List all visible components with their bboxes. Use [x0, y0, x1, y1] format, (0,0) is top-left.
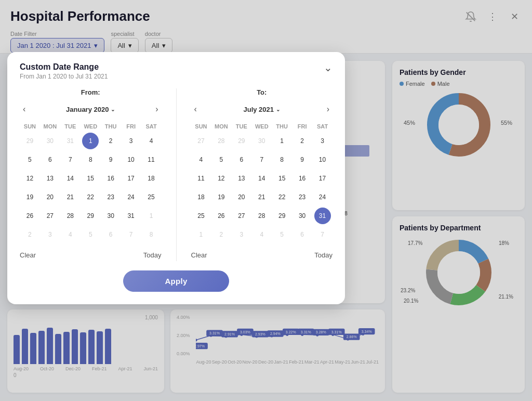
- to-day[interactable]: 4: [254, 226, 270, 243]
- from-day[interactable]: 8: [143, 226, 159, 243]
- to-day[interactable]: 12: [213, 170, 230, 187]
- from-day[interactable]: 16: [102, 170, 119, 187]
- from-day[interactable]: 3: [123, 133, 139, 149]
- from-day[interactable]: 21: [62, 189, 78, 205]
- from-day[interactable]: 23: [102, 189, 119, 205]
- to-day[interactable]: 21: [254, 189, 270, 205]
- from-day[interactable]: 6: [102, 226, 119, 243]
- to-today-button[interactable]: Today: [314, 249, 332, 261]
- dashboard: Hospital Performance ⋮ ✕ Date Filter Jan…: [0, 0, 532, 401]
- to-day[interactable]: 17: [314, 170, 331, 187]
- from-day[interactable]: 9: [102, 151, 119, 168]
- from-day[interactable]: 4: [143, 133, 159, 149]
- to-day[interactable]: 22: [274, 189, 290, 205]
- to-day[interactable]: 28: [254, 208, 270, 224]
- from-day[interactable]: 5: [82, 226, 99, 243]
- from-cal-nav: ‹ January 2020 ⌄ ›: [20, 104, 162, 115]
- from-day[interactable]: 30: [102, 208, 119, 224]
- from-day-selected[interactable]: 1: [82, 133, 99, 149]
- to-day[interactable]: 20: [233, 189, 250, 205]
- to-day[interactable]: 19: [213, 189, 230, 205]
- from-day[interactable]: 2: [21, 226, 38, 243]
- from-day[interactable]: 25: [143, 189, 159, 205]
- from-today-button[interactable]: Today: [143, 249, 162, 261]
- to-day[interactable]: 7: [314, 226, 331, 243]
- to-day[interactable]: 1: [193, 226, 209, 243]
- to-day[interactable]: 27: [193, 133, 209, 149]
- to-day[interactable]: 29: [233, 133, 250, 149]
- to-day[interactable]: 5: [274, 226, 290, 243]
- to-day[interactable]: 8: [274, 151, 290, 168]
- to-day[interactable]: 30: [294, 208, 311, 224]
- apply-button[interactable]: Apply: [123, 270, 229, 292]
- to-day[interactable]: 16: [294, 170, 311, 187]
- from-day[interactable]: 27: [42, 208, 58, 224]
- to-month-label[interactable]: July 2021 ⌄: [243, 106, 280, 113]
- to-day[interactable]: 10: [314, 151, 331, 168]
- modal-header: Custom Date Range From Jan 1 2020 to Jul…: [20, 62, 332, 80]
- from-day[interactable]: 18: [143, 170, 159, 187]
- to-day[interactable]: 18: [193, 189, 209, 205]
- collapse-icon[interactable]: ⌄: [324, 62, 332, 73]
- to-day[interactable]: 25: [193, 208, 209, 224]
- from-month-label[interactable]: January 2020 ⌄: [66, 106, 115, 113]
- from-day[interactable]: 17: [123, 170, 139, 187]
- to-day[interactable]: 28: [213, 133, 230, 149]
- from-day[interactable]: 7: [123, 226, 139, 243]
- to-day[interactable]: 6: [294, 226, 311, 243]
- from-day[interactable]: 31: [62, 133, 78, 149]
- from-day[interactable]: 26: [21, 208, 38, 224]
- to-day[interactable]: 5: [213, 151, 230, 168]
- from-day[interactable]: 10: [123, 151, 139, 168]
- to-day[interactable]: 2: [294, 133, 311, 149]
- to-day[interactable]: 9: [294, 151, 311, 168]
- from-day[interactable]: 4: [62, 226, 78, 243]
- to-day[interactable]: 3: [233, 226, 250, 243]
- from-day[interactable]: 28: [62, 208, 78, 224]
- from-day[interactable]: 14: [62, 170, 78, 187]
- from-day[interactable]: 31: [123, 208, 139, 224]
- to-day[interactable]: 4: [193, 151, 209, 168]
- to-day-selected[interactable]: 31: [314, 208, 331, 224]
- to-day[interactable]: 14: [254, 170, 270, 187]
- from-day[interactable]: 3: [42, 226, 58, 243]
- from-prev-arrow[interactable]: ‹: [20, 104, 29, 115]
- to-next-arrow[interactable]: ›: [324, 104, 332, 115]
- to-day[interactable]: 30: [254, 133, 270, 149]
- to-day[interactable]: 1: [274, 133, 290, 149]
- from-day[interactable]: 2: [102, 133, 119, 149]
- to-day[interactable]: 7: [254, 151, 270, 168]
- from-day[interactable]: 8: [82, 151, 99, 168]
- from-next-arrow[interactable]: ›: [152, 104, 161, 115]
- from-day[interactable]: 12: [21, 170, 38, 187]
- from-day[interactable]: 6: [42, 151, 58, 168]
- from-day[interactable]: 30: [42, 133, 58, 149]
- to-day[interactable]: 29: [274, 208, 290, 224]
- from-clear-button[interactable]: Clear: [20, 249, 36, 261]
- to-prev-arrow[interactable]: ‹: [191, 104, 200, 115]
- to-day[interactable]: 23: [294, 189, 311, 205]
- to-day[interactable]: 2: [213, 226, 230, 243]
- from-day[interactable]: 29: [21, 133, 38, 149]
- to-clear-button[interactable]: Clear: [191, 249, 207, 261]
- from-day[interactable]: 13: [42, 170, 58, 187]
- from-day[interactable]: 1: [143, 208, 159, 224]
- from-day[interactable]: 19: [21, 189, 38, 205]
- from-day[interactable]: 29: [82, 208, 99, 224]
- to-day[interactable]: 27: [233, 208, 250, 224]
- to-day[interactable]: 15: [274, 170, 290, 187]
- to-day[interactable]: 13: [233, 170, 250, 187]
- to-day[interactable]: 6: [233, 151, 250, 168]
- to-day[interactable]: 26: [213, 208, 230, 224]
- to-day[interactable]: 24: [314, 189, 331, 205]
- from-day[interactable]: 24: [123, 189, 139, 205]
- from-day[interactable]: 11: [143, 151, 159, 168]
- to-day[interactable]: 3: [314, 133, 331, 149]
- from-day[interactable]: 5: [21, 151, 38, 168]
- from-day[interactable]: 20: [42, 189, 58, 205]
- from-cal-footer: Clear Today: [20, 249, 162, 261]
- from-day[interactable]: 7: [62, 151, 78, 168]
- to-day[interactable]: 11: [193, 170, 209, 187]
- from-day[interactable]: 15: [82, 170, 99, 187]
- from-day[interactable]: 22: [82, 189, 99, 205]
